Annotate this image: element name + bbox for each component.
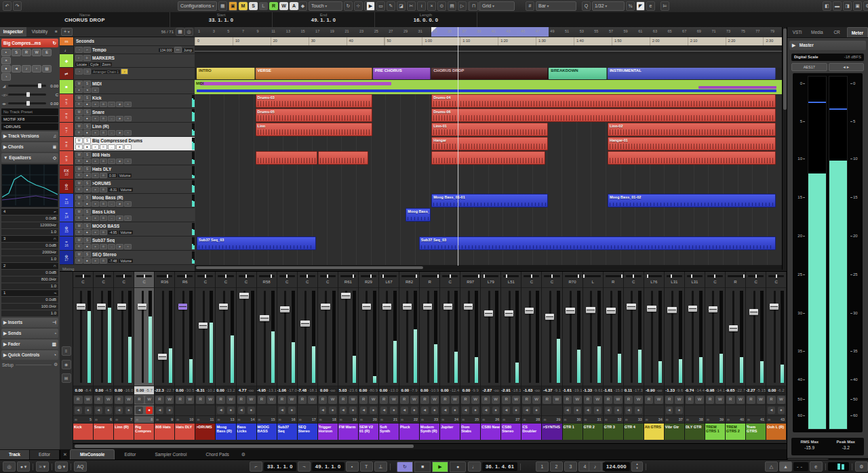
snapshot-icon[interactable]: ▣ xyxy=(229,1,237,11)
read-button[interactable]: R xyxy=(155,396,164,404)
tool-icon-1[interactable]: ▭ xyxy=(376,1,385,11)
track-row-bass-licks[interactable]: ≈14MSBass LicksR■e⊙–◈≈ xyxy=(60,208,195,222)
clip-linn-02[interactable]: Linn-02 xyxy=(608,123,776,136)
pan-slider[interactable] xyxy=(8,94,46,96)
eq-band-header[interactable]: 1¬ xyxy=(1,290,58,296)
fader-area[interactable] xyxy=(379,288,399,386)
marker-jump-button-2[interactable]: 2 xyxy=(550,461,563,472)
track-mini-button-5[interactable]: ◈ xyxy=(116,102,123,107)
mixer-strip-hats-dly[interactable]: R60.00-30.5RW∞10Hats DLY xyxy=(175,272,195,440)
pan-thumb[interactable] xyxy=(484,274,485,278)
track-row-midi[interactable]: ■MSMIDI●◄= xyxy=(60,80,195,94)
tool-icon-5[interactable]: ≀ xyxy=(417,1,426,11)
fader-area[interactable] xyxy=(583,288,603,386)
channel-values[interactable]: -1.06-17.0 xyxy=(277,386,297,395)
mixer-strip-sub37-seq[interactable]: C-1.06-17.0RW◄●∞16Sub37 Seq xyxy=(277,272,298,440)
lane-moog-bass-r[interactable]: Moog Bass_01-01Moog Bass_01-02 xyxy=(195,194,782,209)
channel-values[interactable]: 0.11-17.3 xyxy=(624,386,644,395)
record-enable-button[interactable]: ● xyxy=(513,407,520,414)
volume-slider[interactable] xyxy=(8,85,46,87)
inspector-button-r1-1[interactable]: S xyxy=(12,49,21,56)
markers-cycle-button[interactable]: Cycle xyxy=(89,62,100,66)
read-button[interactable]: R xyxy=(176,396,184,404)
channel-link-icon[interactable]: ∞ xyxy=(176,417,179,421)
marker-jump-button-3[interactable]: 3 xyxy=(564,461,577,472)
lane-hats-dly[interactable] xyxy=(195,165,782,180)
pan-thumb[interactable] xyxy=(83,274,84,278)
info-end[interactable]: End 49. 1. 1. 0 xyxy=(273,12,375,27)
lane-moog-bass-group[interactable] xyxy=(195,222,782,237)
track-mini-button-2[interactable]: e xyxy=(92,173,99,178)
clip-moog-bass-01-01[interactable]: Moog Bass_01-01 xyxy=(431,194,548,207)
fader-cap[interactable] xyxy=(770,304,778,310)
track-mute-button[interactable]: M xyxy=(75,209,83,215)
setup-gear-icon[interactable]: ⚙ xyxy=(54,362,58,367)
pan-control[interactable]: R xyxy=(420,272,439,288)
tempo-jump-button[interactable]: Jump xyxy=(182,48,193,52)
fader-area[interactable] xyxy=(542,288,561,386)
channel-name[interactable]: CS80 Stereo xyxy=(501,424,521,440)
track-mute-button[interactable]: M xyxy=(75,180,83,186)
tool-icon-7[interactable]: ⊙ xyxy=(437,1,446,11)
read-button[interactable]: R xyxy=(767,396,776,404)
track-volume-value[interactable]: -8.31 xyxy=(108,188,118,192)
arranger-activate-button[interactable]: ◔ xyxy=(75,68,83,75)
channel-values[interactable]: 0.00-13.2 xyxy=(216,386,235,395)
track-mini-button-5[interactable]: ◈ xyxy=(116,215,123,221)
track-volume-value[interactable]: 0.00 xyxy=(108,173,117,178)
mixer-scroll-thumb[interactable] xyxy=(75,445,414,448)
pan-thumb[interactable] xyxy=(743,274,745,278)
record-enable-button[interactable]: ● xyxy=(411,407,418,414)
master-header[interactable]: ▶ Master xyxy=(789,41,866,50)
fader-cap[interactable] xyxy=(566,308,574,314)
channel-link-icon[interactable]: ∞ xyxy=(462,417,465,421)
channel-name[interactable]: MOOG BASS xyxy=(257,424,277,440)
pan-thumb[interactable] xyxy=(437,274,439,278)
track-mute-button[interactable]: M xyxy=(75,138,83,144)
zone-toggle-icon-2[interactable]: ◨ xyxy=(843,1,852,11)
record-enable-button[interactable]: ● xyxy=(574,407,581,414)
master-expand-icon[interactable]: ▶ xyxy=(792,43,795,47)
track-mute-button[interactable]: M xyxy=(75,166,83,172)
track-filter-icon[interactable]: ▦ xyxy=(176,28,184,36)
lane-linn[interactable]: LinnLinn-01Linn-02 xyxy=(195,123,782,138)
channel-values[interactable]: -8.31-10.2 xyxy=(195,386,215,395)
pan-control[interactable]: L31 xyxy=(685,272,705,288)
read-button[interactable]: R xyxy=(258,396,267,404)
transport-gear-icon[interactable]: ⚙ xyxy=(855,461,868,472)
mixer-strip-trigger-horizon[interactable]: C0.00-ooRW◄●∞18Trigger Horizon xyxy=(318,272,338,440)
record-enable-button[interactable]: ● xyxy=(227,407,235,414)
fader-cap[interactable] xyxy=(199,323,208,329)
write-button[interactable]: W xyxy=(186,396,195,404)
state-button-L[interactable]: L xyxy=(259,2,268,10)
redo-icon[interactable]: ↷ xyxy=(13,1,22,11)
channel-name[interactable]: Linn (R) xyxy=(114,424,134,440)
auto-quantize-button[interactable]: AQ xyxy=(74,461,87,472)
pan-thumb[interactable] xyxy=(103,274,104,278)
tempo-value[interactable]: 134.000 xyxy=(159,48,174,52)
channel-link-icon[interactable]: ∞ xyxy=(666,417,669,421)
channel-values[interactable]: 0.00-9.9 xyxy=(460,386,480,395)
track-mute-button[interactable]: M xyxy=(75,237,83,243)
fader-area[interactable] xyxy=(338,288,358,386)
read-button[interactable]: R xyxy=(115,396,123,404)
eq-band-q[interactable]: 1.0 xyxy=(1,310,58,316)
read-button[interactable]: R xyxy=(319,396,328,404)
right-tab-media[interactable]: Media xyxy=(807,27,827,37)
record-enable-button[interactable]: ● xyxy=(390,407,397,414)
channel-values[interactable]: -2.91-18.1 xyxy=(501,386,521,395)
eq-band-header[interactable]: 3∩ xyxy=(1,236,58,242)
fader-cap[interactable] xyxy=(138,304,146,310)
track-mini-button-1[interactable]: ■ xyxy=(83,201,91,207)
pan-thumb[interactable] xyxy=(578,274,579,278)
fader-area[interactable] xyxy=(766,288,786,386)
record-enable-button[interactable]: ● xyxy=(594,407,601,414)
fader-area[interactable] xyxy=(155,288,174,386)
track-mini-button-1[interactable]: ■ xyxy=(83,215,91,221)
pan-control[interactable]: R61 xyxy=(338,272,358,288)
mixer-strip-trem-gtrs[interactable]: C-2.27-5.15RW∞41Trem GTRS xyxy=(746,272,766,440)
pan-control[interactable]: C xyxy=(94,272,113,288)
write-button[interactable]: W xyxy=(145,396,154,404)
channel-name[interactable]: >SYNTHS xyxy=(542,424,561,440)
channel-link-icon[interactable]: ∞ xyxy=(707,417,709,421)
